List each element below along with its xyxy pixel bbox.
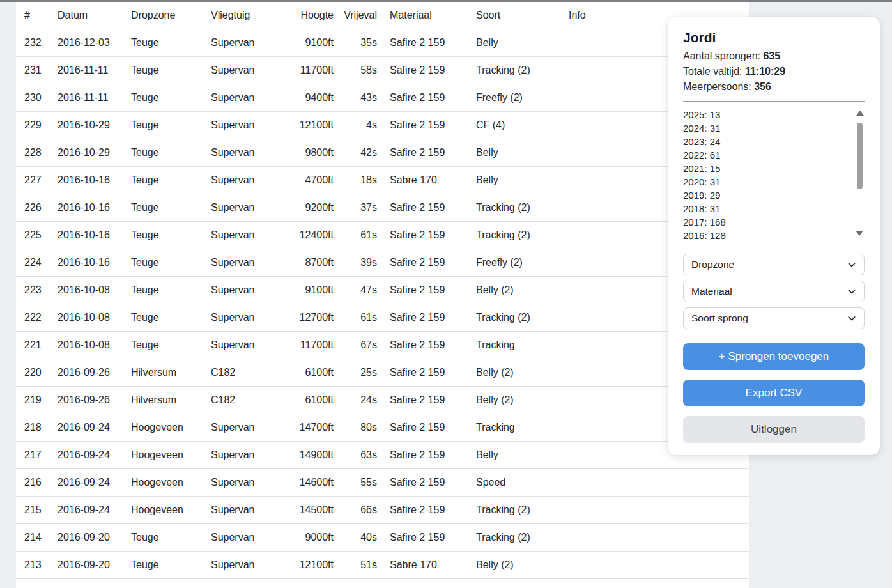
dropzone-filter-select[interactable]: Dropzone bbox=[683, 254, 865, 275]
cell-datum: 2016-10-08 bbox=[58, 331, 131, 359]
scroll-down-icon[interactable] bbox=[856, 231, 863, 236]
cell-vliegtuig: Supervan bbox=[211, 56, 275, 84]
cell-vliegtuig: Supervan bbox=[211, 276, 275, 304]
cell-num: 224 bbox=[16, 249, 58, 276]
table-row: 2302016-11-11TeugeSupervan9400ft43sSafir… bbox=[16, 84, 749, 111]
cell-info bbox=[561, 578, 749, 588]
select-value: Materiaal bbox=[691, 286, 732, 297]
cell-vliegtuig: Supervan bbox=[211, 111, 275, 139]
cell-dropzone: Teuge bbox=[131, 194, 211, 221]
table-row: 2132016-09-20TeugeSupervan12100ft51sSabr… bbox=[16, 551, 749, 578]
chevron-down-icon bbox=[847, 314, 856, 323]
cell-vliegtuig: Supervan bbox=[211, 249, 275, 276]
cell-soort: Tracking (2) bbox=[468, 221, 561, 249]
cell-dropzone: Teuge bbox=[131, 578, 211, 588]
table-header-row: #DatumDropzoneVliegtuigHoogteVrijevalMat… bbox=[16, 2, 749, 29]
cell-dropzone: Teuge bbox=[131, 166, 211, 194]
cell-hoogte: 12100ft bbox=[275, 111, 339, 139]
table-row: 2272016-10-16TeugeSupervan4700ft18sSabre… bbox=[16, 166, 749, 194]
cell-dropzone: Teuge bbox=[131, 111, 211, 139]
divider bbox=[683, 101, 865, 102]
cell-num: 212 bbox=[16, 578, 58, 588]
cell-vliegtuig: C182 bbox=[211, 386, 275, 414]
cell-datum: 2016-09-17 bbox=[58, 578, 131, 588]
year-count-item: 2018: 31 bbox=[683, 202, 865, 215]
year-count-item: 2019: 29 bbox=[683, 189, 865, 202]
cell-vrijeval: 80s bbox=[339, 414, 382, 441]
table-row: 2152016-09-24HoogeveenSupervan14500ft66s… bbox=[16, 496, 749, 523]
cell-soort: Belly bbox=[468, 29, 561, 56]
column-header-materiaal: Materiaal bbox=[382, 2, 468, 29]
column-header-soort: Soort bbox=[468, 2, 561, 29]
add-jumps-button[interactable]: + Sprongen toevoegen bbox=[683, 343, 865, 370]
cell-vrijeval: 25s bbox=[339, 359, 382, 386]
table-row: 2242016-10-16TeugeSupervan8700ft39sSafir… bbox=[16, 249, 749, 276]
cell-vliegtuig: Supervan bbox=[211, 139, 275, 166]
cell-num: 232 bbox=[16, 29, 58, 56]
cell-hoogte: 11700ft bbox=[275, 331, 339, 359]
soort-sprong-filter-select[interactable]: Soort sprong bbox=[683, 307, 865, 329]
cell-vliegtuig: Supervan bbox=[211, 331, 275, 359]
stat-label: Totale valtijd: bbox=[683, 66, 742, 77]
cell-hoogte: 12100ft bbox=[275, 578, 339, 588]
cell-materiaal: Safire 2 159 bbox=[382, 578, 468, 588]
cell-materiaal: Sabre 170 bbox=[382, 551, 468, 578]
cell-vliegtuig: Supervan bbox=[211, 29, 275, 56]
stat-value: 356 bbox=[754, 81, 771, 92]
table-row: 2142016-09-20TeugeSupervan9000ft40sSafir… bbox=[16, 523, 749, 551]
materiaal-filter-select[interactable]: Materiaal bbox=[683, 281, 865, 302]
table-row: 2182016-09-24HoogeveenSupervan14700ft80s… bbox=[16, 414, 749, 441]
cell-materiaal: Safire 2 159 bbox=[382, 221, 468, 249]
cell-soort: Tracking (2) bbox=[468, 56, 561, 84]
table-row: 2202016-09-26HilversumC1826100ft25sSafir… bbox=[16, 359, 749, 386]
year-count-item: 2016: 128 bbox=[683, 229, 865, 240]
cell-vrijeval: 24s bbox=[339, 386, 382, 414]
logout-button[interactable]: Uitloggen bbox=[683, 416, 865, 443]
cell-datum: 2016-10-08 bbox=[58, 276, 131, 304]
cell-info bbox=[561, 496, 749, 523]
scroll-up-icon[interactable] bbox=[856, 111, 864, 116]
year-stats-list[interactable]: 2025: 132024: 312023: 242022: 612021: 15… bbox=[683, 108, 865, 240]
window-top-edge bbox=[0, 0, 892, 2]
table-row: 2312016-11-11TeugeSupervan11700ft58sSafi… bbox=[16, 56, 749, 84]
cell-vliegtuig: Supervan bbox=[211, 578, 275, 588]
scroll-thumb[interactable] bbox=[857, 123, 863, 189]
column-header-vliegtuig: Vliegtuig bbox=[211, 2, 275, 29]
cell-materiaal: Safire 2 159 bbox=[382, 276, 468, 304]
cell-datum: 2016-10-16 bbox=[58, 221, 131, 249]
cell-soort: Freefly (2) bbox=[468, 84, 561, 111]
cell-dropzone: Teuge bbox=[131, 221, 211, 249]
export-csv-button[interactable]: Export CSV bbox=[683, 380, 865, 406]
cell-datum: 2016-10-16 bbox=[58, 249, 131, 276]
jump-logbook-table: #DatumDropzoneVliegtuigHoogteVrijevalMat… bbox=[16, 2, 749, 588]
cell-vliegtuig: Supervan bbox=[211, 84, 275, 111]
cell-hoogte: 14600ft bbox=[275, 468, 339, 496]
scrollbar[interactable] bbox=[855, 111, 865, 236]
column-header-num: # bbox=[16, 2, 58, 29]
cell-vrijeval: 58s bbox=[339, 56, 382, 84]
cell-materiaal: Safire 2 159 bbox=[382, 386, 468, 414]
cell-vliegtuig: Supervan bbox=[211, 414, 275, 441]
cell-vliegtuig: Supervan bbox=[211, 468, 275, 496]
cell-hoogte: 4700ft bbox=[275, 166, 339, 194]
cell-materiaal: Safire 2 159 bbox=[382, 331, 468, 359]
cell-vliegtuig: Supervan bbox=[211, 166, 275, 194]
cell-materiaal: Safire 2 159 bbox=[382, 194, 468, 221]
cell-dropzone: Hoogeveen bbox=[131, 468, 211, 496]
cell-soort: Tracking (2) bbox=[468, 496, 561, 523]
username: Jordi bbox=[683, 30, 865, 45]
table-row: 2252016-10-16TeugeSupervan12400ft61sSafi… bbox=[16, 221, 749, 249]
cell-materiaal: Safire 2 159 bbox=[382, 359, 468, 386]
cell-vrijeval: 4s bbox=[339, 111, 382, 139]
year-count-item: 2023: 24 bbox=[683, 135, 865, 148]
cell-vrijeval: 18s bbox=[339, 166, 382, 194]
table-row: 2172016-09-24HoogeveenSupervan14900ft63s… bbox=[16, 441, 749, 468]
cell-datum: 2016-10-29 bbox=[58, 139, 131, 166]
cell-info bbox=[561, 468, 749, 496]
cell-hoogte: 9000ft bbox=[275, 523, 339, 551]
cell-vliegtuig: Supervan bbox=[211, 523, 275, 551]
cell-dropzone: Teuge bbox=[131, 139, 211, 166]
year-count-item: 2020: 31 bbox=[683, 175, 865, 189]
table-row: 2192016-09-26HilversumC1826100ft24sSafir… bbox=[16, 386, 749, 414]
cell-datum: 2016-09-24 bbox=[58, 496, 131, 523]
